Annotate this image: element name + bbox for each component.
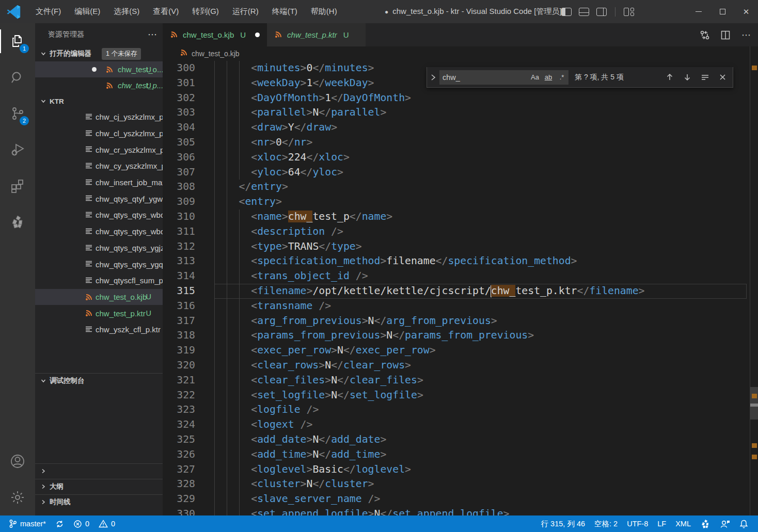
close-button[interactable]: ✕ <box>734 0 758 23</box>
line-number[interactable]: 312 <box>163 239 195 254</box>
more-actions-icon[interactable]: ⋯ <box>738 27 754 43</box>
code-line[interactable]: 315<filename>/opt/kettle/kettle/cjcscrip… <box>163 284 758 299</box>
activity-extensions-icon[interactable] <box>0 168 35 204</box>
line-number[interactable]: 316 <box>163 299 195 314</box>
activity-account-icon[interactable] <box>0 443 35 479</box>
section-open-editors[interactable]: 打开的编辑器1 个未保存 <box>35 46 163 61</box>
file-item[interactable]: chw_yszk_cfl_p.ktr <box>35 321 163 338</box>
status-error[interactable]: 0 <box>69 515 94 532</box>
status-branch[interactable]: master* <box>4 515 51 532</box>
file-item[interactable]: chw_qtys_qtys_wbdw_... <box>35 207 163 223</box>
file-item[interactable]: chw_cr_yszkzlmx_p.ktr <box>35 141 163 158</box>
line-number[interactable]: 306 <box>163 150 195 165</box>
code-line[interactable]: 323<logfile /> <box>163 402 758 417</box>
section-outline[interactable]: 大纲 <box>35 479 163 494</box>
regex-icon[interactable]: .* <box>555 73 568 81</box>
previous-match-icon[interactable] <box>662 70 677 85</box>
code-line[interactable]: 303<parallel>N</parallel> <box>163 105 758 120</box>
status-encoding[interactable]: UTF-8 <box>622 515 653 532</box>
line-number[interactable]: 317 <box>163 314 195 329</box>
code-line[interactable]: 312<type>TRANS</type> <box>163 239 758 254</box>
line-number[interactable]: 318 <box>163 328 195 343</box>
open-changes-icon[interactable] <box>697 27 713 43</box>
find-in-selection-icon[interactable] <box>698 70 712 85</box>
menu-selection[interactable]: 选择(S) <box>107 0 146 23</box>
menu-view[interactable]: 查看(V) <box>146 0 185 23</box>
toggle-secondary-sidebar-icon[interactable] <box>596 8 607 16</box>
code-line[interactable]: 309<entry> <box>163 195 758 209</box>
tab-chw_test_p.ktr[interactable]: chw_test_p.ktrU <box>267 23 366 46</box>
status-indentation[interactable]: 空格: 2 <box>590 515 622 532</box>
code-line[interactable]: 313<specification_method>filename</speci… <box>163 254 758 269</box>
file-item[interactable]: chw_qtyscfl_sum_p.ktr <box>35 272 163 289</box>
line-number[interactable]: 300 <box>163 61 195 76</box>
status-kettle-extension-icon[interactable] <box>696 515 715 532</box>
code-line[interactable]: 311<description /> <box>163 224 758 239</box>
activity-source-control-icon[interactable]: 2 <box>0 95 35 132</box>
line-number[interactable]: 302 <box>163 91 195 106</box>
code-area[interactable]: 300<minutes>0</minutes>301<weekDay>1</we… <box>163 61 758 515</box>
line-number[interactable]: 309 <box>163 195 195 209</box>
code-line[interactable]: 307<yloc>64</yloc> <box>163 165 758 180</box>
code-line[interactable]: 310<name>chw_test_p</name> <box>163 209 758 224</box>
status-language-mode[interactable]: XML <box>671 515 696 532</box>
code-line[interactable]: 322<set_logfile>N</set_logfile> <box>163 388 758 403</box>
line-number[interactable]: 323 <box>163 402 195 417</box>
line-number[interactable]: 328 <box>163 477 195 492</box>
file-item[interactable]: chw_test_p.ktrU <box>35 305 163 321</box>
split-editor-icon[interactable] <box>718 27 733 43</box>
code-line[interactable]: 317<arg_from_previous>N</arg_from_previo… <box>163 314 758 329</box>
code-line[interactable]: 325<add_date>N</add_date> <box>163 432 758 447</box>
code-line[interactable]: 319<exec_per_row>N</exec_per_row> <box>163 343 758 358</box>
file-item[interactable]: chw_insert_job_maxn... <box>35 174 163 191</box>
code-line[interactable]: 318<params_from_previous>N</params_from_… <box>163 328 758 343</box>
file-item[interactable]: chw_cl_yszkzlmx_p.ktr <box>35 125 163 142</box>
code-line[interactable]: 321<clear_files>N</clear_files> <box>163 373 758 388</box>
code-line[interactable]: 314<trans_object_id /> <box>163 269 758 284</box>
line-number[interactable]: 330 <box>163 507 195 515</box>
toggle-panel-icon[interactable] <box>579 8 589 16</box>
file-item[interactable]: chw_cy_yszkzlmx_p.ktr <box>35 158 163 174</box>
line-number[interactable]: 326 <box>163 447 195 462</box>
line-number[interactable]: 322 <box>163 388 195 403</box>
toggle-sidebar-icon[interactable] <box>561 8 572 16</box>
line-number[interactable]: 313 <box>163 254 195 269</box>
menu-edit[interactable]: 编辑(E) <box>68 0 107 23</box>
section-unnamed[interactable] <box>35 463 163 479</box>
open-editor-item[interactable]: chw_test_p....U <box>35 77 163 93</box>
menu-go[interactable]: 转到(G) <box>185 0 226 23</box>
line-number[interactable]: 307 <box>163 165 195 180</box>
code-line[interactable]: 324<logext /> <box>163 417 758 432</box>
activity-search-icon[interactable] <box>0 59 35 95</box>
close-find-icon[interactable] <box>715 70 730 85</box>
toggle-replace-icon[interactable] <box>427 74 439 81</box>
find-input[interactable] <box>439 73 528 82</box>
line-number[interactable]: 304 <box>163 120 195 135</box>
code-line[interactable]: 330<set_append_logfile>N</set_append_log… <box>163 507 758 515</box>
line-number[interactable]: 315 <box>163 284 195 299</box>
line-number[interactable]: 311 <box>163 224 195 239</box>
section-debug-console[interactable]: 调试控制台 <box>35 373 163 389</box>
line-number[interactable]: 324 <box>163 417 195 432</box>
status-sync[interactable] <box>51 515 69 532</box>
line-number[interactable]: 327 <box>163 462 195 477</box>
status-eol[interactable]: LF <box>653 515 671 532</box>
activity-run-debug-icon[interactable] <box>0 132 35 168</box>
status-warning[interactable]: 0 <box>94 515 120 532</box>
line-number[interactable]: 308 <box>163 180 195 195</box>
code-line[interactable]: 327<loglevel>Basic</loglevel> <box>163 462 758 477</box>
file-item[interactable]: chw_test_o.kjbU <box>35 289 163 305</box>
activity-explorer-icon[interactable]: 1 <box>0 23 35 59</box>
line-number[interactable]: 325 <box>163 432 195 447</box>
line-number[interactable]: 310 <box>163 209 195 224</box>
next-match-icon[interactable] <box>680 70 694 85</box>
line-number[interactable]: 329 <box>163 492 195 507</box>
status-cursor-position[interactable]: 行 315, 列 46 <box>536 515 590 532</box>
file-item[interactable]: chw_qtys_qtyf_ygwl_p... <box>35 190 163 207</box>
line-number[interactable]: 321 <box>163 373 195 388</box>
views-more-actions-icon[interactable]: ⋯ <box>148 29 157 40</box>
line-number[interactable]: 320 <box>163 358 195 373</box>
file-item[interactable]: chw_qtys_qtys_ygjz_p.... <box>35 240 163 256</box>
code-line[interactable]: 328<cluster>N</cluster> <box>163 477 758 492</box>
code-line[interactable]: 329<slave_server_name /> <box>163 492 758 507</box>
